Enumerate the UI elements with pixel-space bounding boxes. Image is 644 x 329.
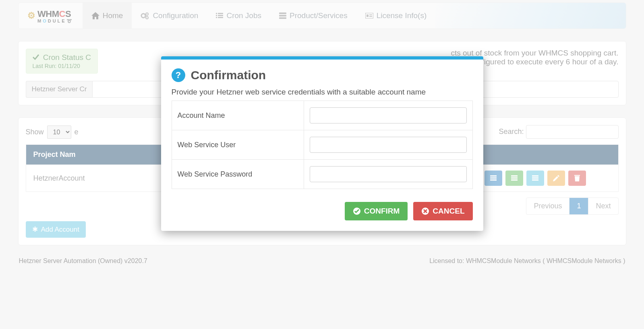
confirmation-modal: ? Confirmation Provide your Hetzner web … [161,56,483,231]
input-web-service-password[interactable] [310,166,466,182]
modal-subtitle: Provide your Hetzner web service credent… [172,88,473,97]
cancel-label: CANCEL [433,207,464,216]
confirm-label: CONFIRM [364,207,400,216]
question-icon: ? [172,68,185,82]
credentials-form: Account Name Web Service User Web Servic… [172,101,473,189]
cancel-button[interactable]: CANCEL [413,202,472,220]
modal-title: ? Confirmation [172,68,473,82]
input-web-service-user[interactable] [310,137,466,153]
modal-overlay: ? Confirmation Provide your Hetzner web … [0,0,644,273]
confirm-button[interactable]: CONFIRM [345,202,408,220]
input-account-name[interactable] [310,107,466,123]
modal-accent-bar [161,56,483,60]
check-circle-icon [353,207,361,215]
label-account-name: Account Name [172,101,304,130]
label-web-service-password: Web Service Password [172,160,304,189]
label-web-service-user: Web Service User [172,130,304,160]
times-circle-icon [421,207,429,215]
